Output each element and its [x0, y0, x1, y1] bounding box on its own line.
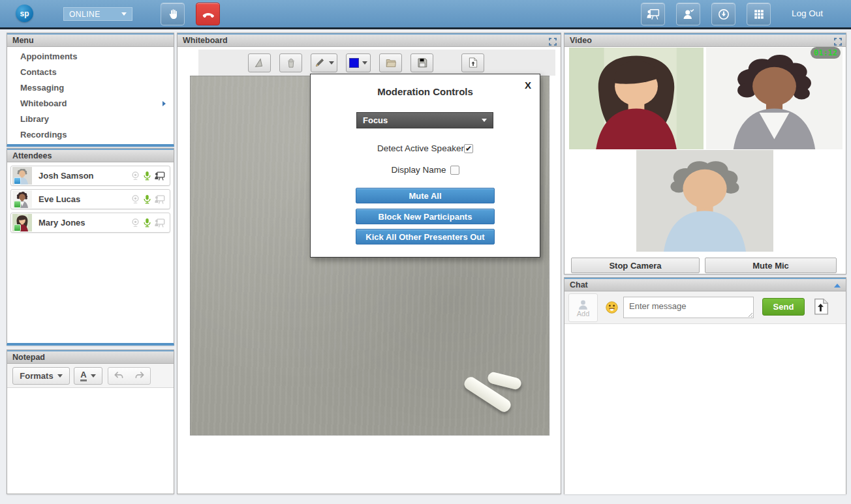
menu-item-label: Contacts [20, 67, 57, 77]
trash-icon [285, 57, 297, 68]
emoji-button[interactable] [605, 301, 619, 314]
display-name-checkbox[interactable] [450, 166, 459, 175]
menu-item-label: Whiteboard [20, 98, 67, 108]
microphone-icon[interactable] [142, 194, 152, 204]
chat-input-row: Add Send [565, 291, 846, 324]
focus-dropdown[interactable]: Focus [356, 112, 493, 128]
moderation-controls-dialog: Moderation Controls X Focus Detect Activ… [310, 74, 540, 258]
open-file-button[interactable] [379, 53, 402, 72]
attendee-name: Josh Samson [39, 171, 131, 181]
menu-item-messaging[interactable]: Messaging [7, 80, 174, 96]
chevron-down-icon[interactable] [329, 61, 334, 65]
apps-grid-icon [753, 8, 765, 20]
presenter-board-icon[interactable] [154, 218, 165, 228]
invite-contact-button[interactable] [676, 3, 700, 25]
save-icon [416, 57, 428, 68]
status-badge [14, 224, 21, 231]
upload-file-button[interactable] [812, 297, 829, 316]
microphone-icon[interactable] [142, 171, 152, 181]
notepad-toolbar: Formats A [7, 364, 174, 388]
dialog-title: Moderation Controls [311, 86, 540, 97]
menu-item-label: Appointments [20, 52, 77, 61]
chevron-down-icon [482, 119, 487, 122]
chevron-down-icon [57, 374, 63, 378]
microphone-icon[interactable] [142, 218, 152, 228]
display-name-label: Display Name [391, 165, 446, 175]
attendee-name: Eve Lucas [39, 194, 131, 204]
attendees-panel-header: Attendees [7, 149, 174, 162]
chat-message-input[interactable] [623, 297, 754, 318]
presenter-board-icon[interactable] [154, 171, 165, 181]
formats-dropdown[interactable]: Formats [12, 367, 70, 385]
text-color-label: A [80, 370, 86, 381]
menu-item-whiteboard[interactable]: Whiteboard [7, 96, 174, 111]
apps-grid-button[interactable] [747, 3, 771, 25]
menu-item-contacts[interactable]: Contacts [7, 65, 174, 80]
text-color-dropdown[interactable]: A [74, 367, 102, 385]
log-out-link[interactable]: Log Out [792, 0, 823, 27]
mute-all-button[interactable]: Mute All [356, 188, 495, 203]
pointer-tool-button[interactable] [248, 53, 271, 72]
notepad-editor[interactable] [7, 388, 174, 490]
app-logo: sp [16, 5, 33, 22]
upload-board-button[interactable] [461, 53, 484, 72]
attendees-panel: Attendees Josh Samson Eve Lucas [7, 148, 174, 346]
video-panel-title: Video [570, 36, 592, 45]
screen-share-button[interactable] [641, 3, 665, 25]
status-badge [14, 177, 21, 185]
undo-button[interactable] [108, 368, 129, 384]
block-new-participants-button[interactable]: Block New Participants [356, 209, 495, 224]
download-button[interactable] [711, 3, 735, 25]
clear-tool-button[interactable] [279, 53, 302, 72]
menu-item-appointments[interactable]: Appointments [7, 49, 174, 65]
color-picker-button[interactable] [346, 53, 371, 72]
display-name-row: Display Name [311, 165, 540, 175]
chat-panel-title: Chat [570, 280, 588, 289]
notepad-panel: Notepad Formats A [7, 349, 174, 494]
close-icon[interactable]: X [525, 80, 531, 91]
invite-contact-icon [682, 8, 695, 21]
video-thumb-josh[interactable] [636, 150, 773, 252]
mute-mic-button[interactable]: Mute Mic [705, 258, 837, 273]
menu-item-recordings[interactable]: Recordings [7, 127, 174, 143]
presenter-board-icon[interactable] [154, 194, 165, 205]
redo-button[interactable] [129, 368, 150, 384]
menu-item-library[interactable]: Library [7, 111, 174, 127]
notepad-panel-title: Notepad [12, 353, 45, 362]
add-label: Add [577, 310, 590, 318]
menu-item-label: Messaging [20, 83, 64, 93]
send-button[interactable]: Send [762, 298, 805, 316]
attendee-row-eve-lucas[interactable]: Eve Lucas [10, 189, 170, 209]
pencil-tool-button[interactable] [311, 53, 337, 72]
video-thumb-eve[interactable] [706, 48, 843, 149]
chevron-down-icon[interactable] [362, 61, 367, 65]
webcam-icon[interactable] [131, 194, 140, 204]
raise-hand-icon [166, 8, 179, 21]
notepad-panel-header: Notepad [7, 350, 174, 364]
fullscreen-icon[interactable] [549, 38, 557, 46]
focus-dropdown-value: Focus [363, 115, 482, 125]
submenu-arrow-icon [162, 101, 166, 106]
hang-up-button[interactable] [196, 3, 220, 25]
app-logo-text: sp [20, 9, 29, 18]
detect-active-speaker-checkbox[interactable]: ✔ [464, 144, 473, 153]
menu-item-label: Library [20, 114, 49, 124]
video-thumb-mary[interactable] [569, 48, 704, 149]
stop-camera-button[interactable]: Stop Camera [571, 258, 700, 273]
status-badge [14, 201, 21, 208]
raise-hand-button[interactable] [161, 3, 185, 25]
add-attachment-button[interactable]: Add [568, 293, 598, 322]
presence-status-value: ONLINE [69, 10, 121, 19]
attendee-row-josh-samson[interactable]: Josh Samson [10, 166, 170, 186]
presence-status-dropdown[interactable]: ONLINE [63, 7, 132, 21]
collapse-icon[interactable] [834, 284, 841, 288]
call-timer-badge: 01:12 [811, 47, 841, 59]
fullscreen-icon[interactable] [834, 38, 842, 46]
webcam-icon[interactable] [131, 218, 140, 228]
save-button[interactable] [410, 53, 433, 72]
kick-presenters-button[interactable]: Kick All Other Presenters Out [356, 229, 495, 245]
attendee-row-mary-jones[interactable]: Mary Jones [10, 213, 170, 233]
chat-panel: Chat Add Send [564, 277, 846, 494]
webcam-icon[interactable] [131, 171, 140, 181]
chat-message-log[interactable] [565, 324, 846, 494]
